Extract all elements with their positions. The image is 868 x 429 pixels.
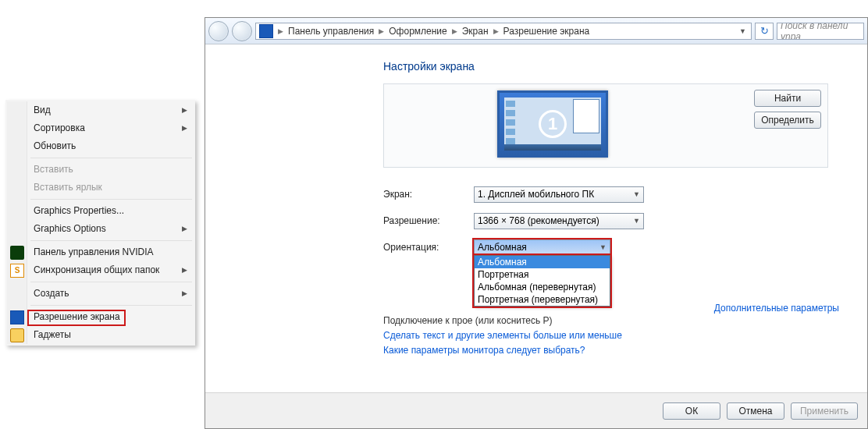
monitor-number: 1 bbox=[539, 110, 567, 138]
display-label: Экран: bbox=[383, 189, 474, 200]
chevron-right-icon: ▶ bbox=[492, 27, 500, 35]
projector-tail: (или коснитесь P) bbox=[473, 315, 553, 326]
desktop-icons bbox=[506, 101, 515, 144]
chevron-right-icon: ▶ bbox=[276, 27, 285, 35]
address-dropdown-icon[interactable]: ▼ bbox=[735, 27, 751, 35]
taskbar bbox=[504, 144, 601, 151]
address-bar[interactable]: ▶ Панель управления ▶ Оформление ▶ Экран… bbox=[255, 23, 752, 40]
submenu-arrow-icon: ▶ bbox=[182, 119, 187, 137]
resolution-value: 1366 × 768 (рекомендуется) bbox=[478, 215, 599, 226]
search-placeholder: Поиск в панели упра bbox=[781, 23, 860, 40]
monitor-desktop: 1 bbox=[504, 98, 601, 151]
identify-button[interactable]: Определить bbox=[754, 112, 821, 129]
text-size-link[interactable]: Сделать текст и другие элементы больше и… bbox=[383, 330, 622, 341]
dropdown-arrow-icon: ▼ bbox=[599, 243, 607, 251]
submenu-arrow-icon: ▶ bbox=[182, 220, 187, 238]
ok-button[interactable]: ОК bbox=[663, 402, 720, 420]
breadcrumb[interactable]: Оформление bbox=[386, 26, 450, 37]
submenu-arrow-icon: ▶ bbox=[182, 101, 187, 119]
apply-button[interactable]: Применить bbox=[791, 402, 858, 420]
display-value: 1. Дисплей мобильного ПК bbox=[478, 189, 594, 200]
nvidia-icon bbox=[10, 246, 24, 260]
sync-icon: S bbox=[10, 264, 24, 278]
context-menu-item: Вставить bbox=[7, 161, 194, 179]
orientation-combo[interactable]: Альбомная ▼ bbox=[474, 239, 610, 256]
navigation-bar: ▶ Панель управления ▶ Оформление ▶ Экран… bbox=[205, 18, 867, 44]
projector-text: Подключение к прое bbox=[383, 315, 473, 326]
refresh-button[interactable]: ↻ bbox=[755, 23, 774, 40]
page-title: Настройки экрана bbox=[383, 60, 867, 73]
back-button[interactable] bbox=[208, 21, 229, 41]
submenu-arrow-icon: ▶ bbox=[182, 261, 187, 279]
orientation-dropdown: АльбомнаяПортретнаяАльбомная (перевернут… bbox=[474, 255, 610, 307]
which-settings-link[interactable]: Какие параметры монитора следует выбрать… bbox=[383, 345, 585, 356]
chevron-right-icon: ▶ bbox=[377, 27, 386, 35]
cancel-button[interactable]: Отмена bbox=[727, 402, 784, 420]
screen-icon bbox=[10, 310, 24, 324]
breadcrumb[interactable]: Разрешение экрана bbox=[500, 26, 593, 37]
projector-line: Подключение к прое (или коснитесь P) bbox=[383, 315, 867, 326]
context-menu-item[interactable]: Разрешение экрана bbox=[7, 308, 194, 326]
find-button[interactable]: Найти bbox=[754, 90, 821, 107]
context-menu-item: Вставить ярлык bbox=[7, 179, 194, 197]
context-menu-item[interactable]: Graphics Properties... bbox=[7, 202, 194, 220]
orientation-value: Альбомная bbox=[478, 242, 527, 253]
context-menu-item[interactable]: Graphics Options▶ bbox=[7, 220, 194, 238]
search-input[interactable]: Поиск в панели упра bbox=[777, 23, 864, 40]
chevron-right-icon: ▶ bbox=[450, 27, 459, 35]
context-menu-item[interactable]: Гаджеты bbox=[7, 326, 194, 344]
context-menu-separator bbox=[30, 282, 192, 282]
context-menu-item[interactable]: Вид▶ bbox=[7, 101, 194, 119]
advanced-settings-link[interactable]: Дополнительные параметры bbox=[714, 303, 839, 314]
context-menu-item[interactable]: Обновить bbox=[7, 137, 194, 155]
dialog-footer: ОК Отмена Применить bbox=[205, 392, 867, 428]
orientation-option[interactable]: Портретная (перевернутая) bbox=[475, 293, 610, 306]
desktop-context-menu: Вид▶Сортировка▶ОбновитьВставитьВставить … bbox=[5, 100, 195, 346]
forward-button[interactable] bbox=[232, 21, 252, 41]
dropdown-arrow-icon: ▼ bbox=[633, 190, 640, 198]
context-menu-item[interactable]: Создать▶ bbox=[7, 285, 194, 303]
context-menu-separator bbox=[30, 158, 192, 158]
screen-resolution-window: ▶ Панель управления ▶ Оформление ▶ Экран… bbox=[205, 17, 868, 429]
context-menu-item[interactable]: Сортировка▶ bbox=[7, 119, 194, 137]
context-menu-separator bbox=[30, 305, 192, 306]
resolution-combo[interactable]: 1366 × 768 (рекомендуется) ▼ bbox=[474, 213, 644, 229]
content-pane: Настройки экрана 1 Найти Определить bbox=[205, 44, 867, 428]
context-menu-item[interactable]: Синхронизация общих папок▶S bbox=[7, 261, 194, 279]
orientation-option[interactable]: Альбомная (перевернутая) bbox=[475, 281, 610, 293]
dropdown-arrow-icon: ▼ bbox=[633, 217, 640, 225]
display-combo[interactable]: 1. Дисплей мобильного ПК ▼ bbox=[474, 186, 644, 203]
desktop-window bbox=[573, 99, 599, 133]
orientation-option[interactable]: Альбомная bbox=[475, 256, 610, 268]
orientation-label: Ориентация: bbox=[383, 242, 474, 253]
control-panel-icon bbox=[259, 24, 273, 38]
breadcrumb[interactable]: Экран bbox=[459, 26, 492, 37]
orientation-option[interactable]: Портретная bbox=[475, 268, 610, 281]
submenu-arrow-icon: ▶ bbox=[182, 285, 187, 303]
monitor-preview[interactable]: 1 bbox=[497, 90, 608, 158]
breadcrumb[interactable]: Панель управления bbox=[285, 26, 377, 37]
resolution-label: Разрешение: bbox=[383, 215, 474, 226]
display-preview-area[interactable]: 1 Найти Определить bbox=[383, 83, 828, 168]
context-menu-separator bbox=[30, 240, 192, 241]
context-menu-item[interactable]: Панель управления NVIDIA bbox=[7, 243, 194, 261]
context-menu-separator bbox=[30, 199, 192, 200]
gadget-icon bbox=[10, 328, 24, 342]
